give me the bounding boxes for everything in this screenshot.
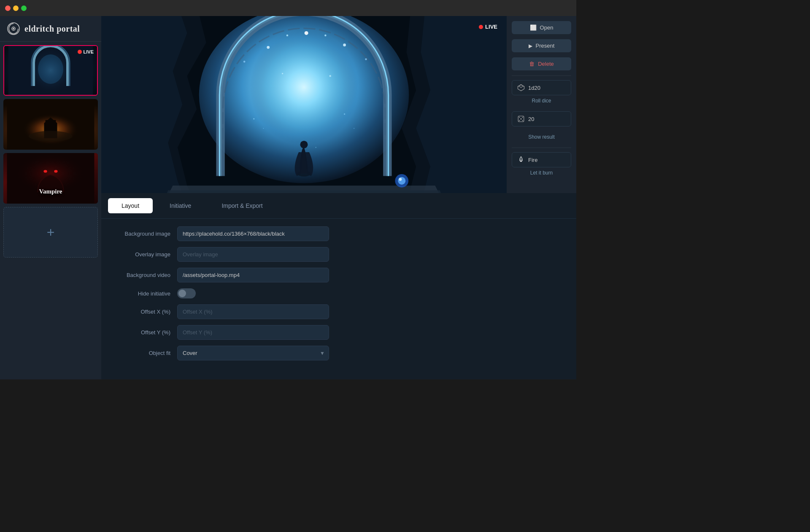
- close-button[interactable]: [5, 5, 11, 11]
- dice-result-icon: [517, 115, 525, 123]
- titlebar: [0, 0, 576, 16]
- open-icon: ⬜: [530, 24, 537, 31]
- offset-x-label: Offset X (%): [111, 309, 170, 315]
- delete-icon: 🗑: [529, 61, 535, 67]
- sidebar: eldritch portal: [0, 16, 101, 379]
- svg-point-23: [324, 35, 327, 37]
- background-image-row: Background image: [111, 226, 566, 241]
- preview-row: LIVE ⬜ Open ▶ Present 🗑 Delete: [101, 16, 576, 193]
- offset-x-input[interactable]: [177, 304, 329, 319]
- present-button[interactable]: ▶ Present: [512, 39, 571, 52]
- overlay-image-row: Overlay image: [111, 247, 566, 262]
- offset-x-row: Offset X (%): [111, 304, 566, 319]
- offset-y-label: Offset Y (%): [111, 329, 170, 336]
- scene-live-badge: LIVE: [78, 49, 94, 54]
- svg-point-46: [521, 118, 522, 120]
- offset-y-row: Offset Y (%): [111, 325, 566, 340]
- show-result-label: Show result: [512, 134, 571, 140]
- svg-point-2: [13, 28, 14, 30]
- preview-area: LIVE: [101, 16, 507, 193]
- background-video-input[interactable]: [177, 268, 329, 282]
- right-panel: ⬜ Open ▶ Present 🗑 Delete: [507, 16, 576, 193]
- overlay-image-input[interactable]: [177, 247, 329, 262]
- fire-label: Fire: [528, 157, 537, 163]
- svg-point-24: [343, 43, 346, 46]
- scene-item-castle[interactable]: [3, 99, 98, 150]
- svg-point-34: [344, 113, 345, 115]
- svg-point-28: [300, 141, 308, 148]
- svg-point-5: [38, 54, 63, 84]
- main-content: LIVE ⬜ Open ▶ Present 🗑 Delete: [101, 16, 576, 379]
- live-dot: [78, 50, 82, 54]
- delete-button[interactable]: 🗑 Delete: [512, 57, 571, 70]
- toggle-knob: [178, 290, 186, 297]
- scene-item-vampire[interactable]: Vampire: [3, 153, 98, 204]
- svg-point-22: [305, 31, 308, 35]
- dice-result-value: 20: [528, 116, 534, 122]
- dice-result-display: 20: [512, 111, 571, 126]
- svg-point-48: [522, 117, 523, 118]
- present-icon: ▶: [529, 43, 532, 49]
- app-title: eldritch portal: [24, 24, 80, 34]
- castle-thumb-art: [3, 99, 98, 150]
- vampire-thumb-art: [3, 153, 98, 204]
- tab-layout[interactable]: Layout: [108, 198, 153, 213]
- logo-icon: [7, 22, 20, 35]
- tabs-bar: Layout Initiative Import & Export: [101, 193, 576, 219]
- traffic-lights: [5, 5, 27, 11]
- object-fit-label: Object fit: [111, 350, 170, 356]
- add-icon: +: [47, 225, 55, 240]
- tab-initiative[interactable]: Initiative: [156, 198, 205, 213]
- fire-section: Fire Let it burn: [512, 148, 571, 176]
- svg-point-38: [316, 147, 316, 148]
- live-text-main: LIVE: [485, 24, 497, 30]
- open-button[interactable]: ⬜ Open: [512, 21, 571, 34]
- svg-point-47: [519, 117, 520, 118]
- svg-point-16: [54, 170, 57, 172]
- tab-import-export[interactable]: Import & Export: [208, 198, 276, 213]
- sidebar-logo: eldritch portal: [0, 16, 101, 42]
- svg-point-25: [243, 61, 246, 63]
- form-area: Background image Overlay image Backgroun…: [101, 219, 576, 368]
- bottom-panel: Layout Initiative Import & Export Backgr…: [101, 193, 576, 379]
- svg-point-33: [263, 128, 264, 129]
- offset-y-input[interactable]: [177, 325, 329, 340]
- object-fit-row: Object fit Cover Contain Fill None Scale…: [111, 346, 566, 360]
- object-fit-wrapper: Cover Contain Fill None Scale-down ▼: [177, 346, 329, 360]
- overlay-image-label: Overlay image: [111, 251, 170, 258]
- live-badge-main: LIVE: [479, 24, 497, 30]
- svg-point-30: [398, 177, 405, 185]
- svg-point-32: [253, 118, 254, 119]
- svg-point-37: [282, 73, 283, 74]
- svg-point-35: [354, 128, 354, 129]
- dice-section: 1d20 Roll dice: [512, 75, 571, 106]
- let-it-burn-label: Let it burn: [512, 170, 571, 176]
- hide-initiative-toggle[interactable]: [177, 288, 196, 298]
- svg-line-44: [521, 86, 523, 88]
- live-dot-main: [479, 25, 483, 29]
- present-label: Present: [536, 43, 555, 49]
- roll-dice-label: Roll dice: [512, 98, 571, 104]
- open-label: Open: [540, 24, 554, 31]
- scene-list: LIVE: [0, 42, 101, 379]
- object-fit-select[interactable]: Cover Contain Fill None Scale-down: [177, 346, 329, 360]
- vampire-label: Vampire: [39, 188, 62, 195]
- background-video-row: Background video: [111, 268, 566, 282]
- scene-item-portal[interactable]: LIVE: [3, 45, 98, 96]
- minimize-button[interactable]: [13, 5, 19, 11]
- svg-point-49: [519, 120, 520, 121]
- svg-point-20: [267, 46, 270, 49]
- dice-display: 1d20: [512, 80, 571, 95]
- svg-line-43: [519, 86, 521, 88]
- maximize-button[interactable]: [21, 5, 27, 11]
- fire-display: Fire: [512, 152, 571, 167]
- app-container: eldritch portal: [0, 16, 576, 379]
- scene-add-button[interactable]: +: [3, 207, 98, 258]
- background-image-label: Background image: [111, 231, 170, 237]
- preview-bg-svg: [101, 16, 507, 193]
- svg-point-36: [329, 75, 331, 77]
- dice20-icon: [517, 84, 525, 91]
- background-image-input[interactable]: [177, 226, 329, 241]
- hide-initiative-row: Hide initiative: [111, 288, 566, 298]
- svg-point-21: [286, 35, 289, 37]
